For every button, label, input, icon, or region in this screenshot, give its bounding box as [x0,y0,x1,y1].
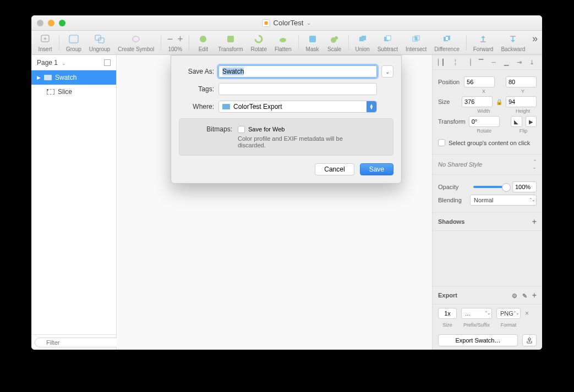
toolbar: + Insert Group Ungroup Create Symbol − +… [31,31,542,55]
separator [59,35,59,51]
zoom-button[interactable] [59,20,65,26]
distribute-v-icon[interactable]: ⤓ [528,58,537,66]
remove-export-button[interactable]: × [525,310,529,317]
flip-h-button[interactable]: ◣ [511,116,522,127]
edit-button[interactable]: Edit [193,33,214,52]
overflow-menu[interactable]: » [532,33,538,45]
union-button[interactable]: Union [352,33,373,52]
export-preset-icon[interactable]: ⚙ [512,292,517,299]
transform-label: Transform [438,118,466,125]
artboard-icon[interactable] [104,59,111,66]
intersect-button[interactable]: Intersect [402,33,430,52]
group-button[interactable]: Group [63,33,85,52]
export-knife-icon[interactable]: ✎ [522,292,527,299]
align-left-icon[interactable]: ▏▎ [438,58,447,66]
export-prefix-select[interactable]: ... [461,308,492,319]
where-select[interactable]: ColorTest Export ▲▼ [218,101,377,113]
disclosure-triangle-icon[interactable]: ▶ [37,75,41,80]
align-right-icon[interactable]: ▕ [464,58,473,66]
layer-item-slice[interactable]: Slice [31,85,116,99]
position-x-input[interactable] [464,76,495,87]
difference-button[interactable]: Difference [431,33,462,52]
tags-input[interactable] [218,83,377,95]
size-label: Size [438,98,458,105]
svg-rect-10 [309,36,316,42]
flatten-button[interactable]: Flatten [271,33,295,52]
separator [466,35,467,51]
page-selector[interactable]: Page 1 ⌄ [31,55,116,70]
mask-button[interactable]: Mask [302,33,323,52]
align-middle-icon[interactable]: ─ [489,58,498,66]
subtract-button[interactable]: Subtract [374,33,401,52]
close-button[interactable] [37,20,43,26]
svg-rect-16 [386,36,391,40]
add-export-button[interactable]: + [532,291,537,300]
svg-rect-14 [362,36,366,40]
opacity-slider[interactable] [473,186,506,188]
where-label: Where: [179,103,214,111]
width-input[interactable] [462,96,493,107]
create-symbol-button[interactable]: Create Symbol [114,33,157,52]
filter-input[interactable] [35,338,126,347]
bitmap-options: Bitmaps: Save for Web Color profile and … [179,118,393,156]
share-icon [526,337,533,344]
minimize-button[interactable] [48,20,54,26]
rotate-input[interactable] [469,116,500,127]
zoom-out-button[interactable]: − [167,34,173,45]
export-format-select[interactable]: PNG [496,308,521,319]
insert-button[interactable]: + Insert [35,33,56,52]
opacity-label: Opacity [438,184,467,190]
svg-rect-19 [415,37,417,40]
separator [161,35,161,51]
rotate-button[interactable]: Rotate [248,33,270,52]
window-title[interactable]: ColorTest ⌄ [263,19,311,27]
chevron-down-icon: ⌄ [60,60,66,66]
opacity-input[interactable] [512,181,537,192]
bitmaps-label: Bitmaps: [188,125,232,133]
share-button[interactable] [522,334,537,346]
align-center-icon[interactable]: ╎ [451,58,460,66]
save-for-web-checkbox[interactable]: Save for Web [238,125,285,133]
tags-label: Tags: [179,85,214,93]
folder-icon [222,104,230,109]
zoom-control[interactable]: − + 100% [165,33,185,52]
align-top-icon[interactable]: ▔ [477,58,485,66]
layer-item-swatch[interactable]: ▶ Swatch [31,70,116,85]
layer-list: ▶ Swatch Slice [31,70,116,334]
backward-button[interactable]: Backward [498,33,528,52]
export-header: Export [438,292,457,299]
distribute-h-icon[interactable]: ⇥ [515,58,524,66]
flip-v-button[interactable]: ▶ [526,116,537,127]
select-group-checkbox[interactable]: Select group's content on click [438,136,537,150]
expand-dialog-button[interactable]: ⌄ [381,65,393,78]
lock-icon[interactable]: 🔒 [496,99,502,105]
export-button[interactable]: Export Swatch… [438,334,518,346]
save-button[interactable]: Save [360,163,393,175]
align-bottom-icon[interactable]: ▁ [502,58,511,66]
forward-button[interactable]: Forward [470,33,497,52]
save-as-input[interactable] [218,65,377,78]
transform-button[interactable]: Transform [215,33,246,52]
shadows-header: Shadows [438,218,464,225]
add-shadow-button[interactable]: + [532,217,537,226]
document-icon [263,19,270,27]
export-size-input[interactable] [438,308,457,319]
scale-button[interactable]: Scale [324,33,345,52]
shared-style-select[interactable]: No Shared Style ⌃⌄ [433,154,542,175]
blending-select[interactable]: Normal [470,195,537,206]
svg-text:+: + [43,36,47,42]
svg-rect-2 [69,35,78,43]
zoom-in-button[interactable]: + [177,34,183,45]
window-title-text: ColorTest [274,19,304,27]
separator [189,35,189,51]
filter-bar: 2 [31,334,116,350]
save-for-web-desc: Color profile and EXIF metadata will be … [238,135,364,148]
checkbox-icon [438,139,445,146]
svg-rect-22 [446,37,448,40]
position-y-input[interactable] [506,76,537,87]
svg-point-9 [280,38,286,42]
ungroup-button[interactable]: Ungroup [86,33,113,52]
layer-sidebar: Page 1 ⌄ ▶ Swatch Slice [31,55,117,350]
cancel-button[interactable]: Cancel [315,163,354,175]
height-input[interactable] [506,96,537,107]
